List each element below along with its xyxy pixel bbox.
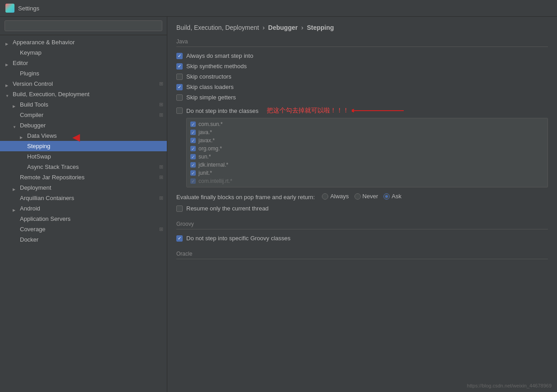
label-smart-step[interactable]: Always do smart step into (186, 52, 253, 59)
spacer (13, 50, 18, 56)
class-name: org.omg.* (198, 145, 222, 152)
radio-circle-ask[interactable] (383, 193, 390, 200)
sidebar-item-async-stack[interactable]: Async Stack Traces ⊞ (0, 162, 167, 172)
sidebar-item-debugger[interactable]: Debugger (0, 120, 167, 131)
sidebar-item-build-execution[interactable]: Build, Execution, Deployment (0, 89, 167, 99)
annotation-text: 把这个勾去掉就可以啦！！！ (267, 107, 349, 115)
checkbox-groovy-step[interactable] (176, 235, 183, 242)
radio-ask[interactable]: Ask (383, 193, 401, 200)
sidebar-item-android[interactable]: Android (0, 203, 167, 214)
search-bar: 🔍 (0, 17, 167, 35)
content-area: Build, Execution, Deployment › Debugger … (167, 17, 557, 392)
checkbox-sun[interactable] (190, 154, 196, 159)
copy-icon: ⊞ (159, 226, 163, 232)
class-item: junit.* (187, 169, 548, 177)
arrow-icon (20, 133, 25, 139)
checkbox-skip-synthetic[interactable] (176, 63, 183, 70)
radio-label-ask: Ask (392, 193, 401, 200)
checkbox-resume-only[interactable] (176, 205, 183, 212)
arrow-icon (5, 40, 11, 45)
checkbox-com-sun[interactable] (190, 121, 196, 127)
option-evaluate-finally: Evaluate finally blocks on pop frame and… (176, 191, 548, 203)
sidebar-item-appearance[interactable]: Appearance & Behavior (0, 37, 167, 47)
radio-group-evaluate: Always Never Ask (322, 193, 401, 200)
sidebar-item-build-tools[interactable]: Build Tools ⊞ (0, 99, 167, 110)
class-name: com.intellij.rt.* (198, 178, 232, 184)
sidebar-item-keymap[interactable]: Keymap (0, 47, 167, 58)
checkbox-jdk-internal[interactable] (190, 162, 196, 168)
arrow-icon (5, 81, 11, 87)
checkbox-smart-step[interactable] (176, 53, 183, 59)
radio-always[interactable]: Always (322, 193, 349, 200)
sidebar-item-arquillian[interactable]: Arquillian Containers ⊞ (0, 193, 167, 203)
arrow-icon (13, 123, 18, 128)
sidebar-item-docker[interactable]: Docker (0, 234, 167, 245)
sidebar-item-label: Compiler (20, 112, 159, 118)
option-groovy-step: Do not step into specific Groovy classes (176, 233, 548, 243)
search-input[interactable] (5, 20, 162, 31)
label-skip-class-loaders[interactable]: Skip class loaders (186, 84, 234, 90)
sidebar-item-label: Deployment (20, 184, 163, 191)
option-do-not-step: Do not step into the classes 把这个勾去掉就可以啦！… (176, 104, 548, 117)
sidebar-item-stepping[interactable]: Stepping (0, 141, 167, 151)
spacer (20, 154, 25, 159)
spacer (13, 227, 18, 232)
sidebar-tree: Appearance & Behavior Keymap Editor Plug… (0, 35, 167, 392)
sidebar-item-hotswap[interactable]: HotSwap (0, 151, 167, 162)
sidebar-item-label: Application Servers (20, 215, 163, 222)
arrow-icon (13, 206, 18, 211)
radio-circle-never[interactable] (354, 193, 361, 200)
label-do-not-step[interactable]: Do not step into the classes (186, 107, 259, 114)
label-skip-simple-getters[interactable]: Skip simple getters (186, 94, 236, 101)
sidebar-item-label: Docker (20, 236, 163, 243)
class-item: org.omg.* (187, 145, 548, 153)
label-groovy-step[interactable]: Do not step into specific Groovy classes (186, 235, 291, 242)
oracle-section-label: Oracle (176, 251, 548, 259)
sidebar-item-application-servers[interactable]: Application Servers (0, 214, 167, 224)
url-footer: https://blog.csdn.net/weixin_44678969 (467, 383, 552, 388)
window-title: Settings (18, 5, 39, 12)
sidebar-item-label: Arquillian Containers (20, 195, 159, 201)
spacer (13, 196, 18, 201)
checkbox-org-omg[interactable] (190, 146, 196, 151)
arrow-icon (5, 61, 11, 66)
sidebar-item-compiler[interactable]: Compiler ⊞ (0, 110, 167, 120)
arrow-icon (13, 102, 18, 107)
checkbox-skip-simple-getters[interactable] (176, 94, 183, 101)
checkbox-java[interactable] (190, 130, 196, 135)
option-skip-class-loaders: Skip class loaders (176, 82, 548, 92)
breadcrumb: Build, Execution, Deployment › Debugger … (176, 24, 548, 31)
copy-icon: ⊞ (159, 195, 163, 201)
sidebar-item-deployment[interactable]: Deployment (0, 182, 167, 193)
sidebar-item-data-views[interactable]: Data Views ◀ (0, 131, 167, 141)
radio-never[interactable]: Never (354, 193, 378, 200)
sidebar-item-coverage[interactable]: Coverage ⊞ (0, 224, 167, 234)
checkbox-do-not-step[interactable] (176, 107, 183, 114)
label-resume-only[interactable]: Resume only the current thread (186, 205, 269, 212)
label-skip-constructors[interactable]: Skip constructors (186, 73, 231, 80)
option-smart-step: Always do smart step into (176, 51, 548, 61)
class-item: jdk.internal.* (187, 161, 548, 169)
app-icon (5, 4, 14, 13)
checkbox-javax[interactable] (190, 138, 196, 143)
spacer (20, 164, 25, 170)
sidebar-item-editor[interactable]: Editor (0, 58, 167, 68)
class-name: junit.* (198, 170, 212, 176)
checkbox-skip-class-loaders[interactable] (176, 84, 183, 90)
checkbox-com-intellij[interactable] (190, 178, 196, 184)
class-name: javax.* (198, 137, 215, 144)
label-skip-synthetic[interactable]: Skip synthetic methods (186, 63, 247, 70)
class-item: java.* (187, 128, 548, 136)
checkbox-skip-constructors[interactable] (176, 74, 183, 80)
content-annotation-container: 把这个勾去掉就可以啦！！！ (267, 106, 406, 115)
sidebar-item-remote-jar[interactable]: Remote Jar Repositories ⊞ (0, 172, 167, 182)
sidebar-item-label: Coverage (20, 226, 159, 233)
spacer (13, 175, 18, 180)
sidebar-item-version-control[interactable]: Version Control ⊞ (0, 79, 167, 89)
spacer (13, 112, 18, 118)
radio-circle-always[interactable] (322, 193, 328, 200)
checkbox-junit[interactable] (190, 170, 196, 176)
option-skip-synthetic: Skip synthetic methods (176, 61, 548, 71)
option-resume-only: Resume only the current thread (176, 203, 548, 214)
sidebar-item-plugins[interactable]: Plugins (0, 68, 167, 79)
